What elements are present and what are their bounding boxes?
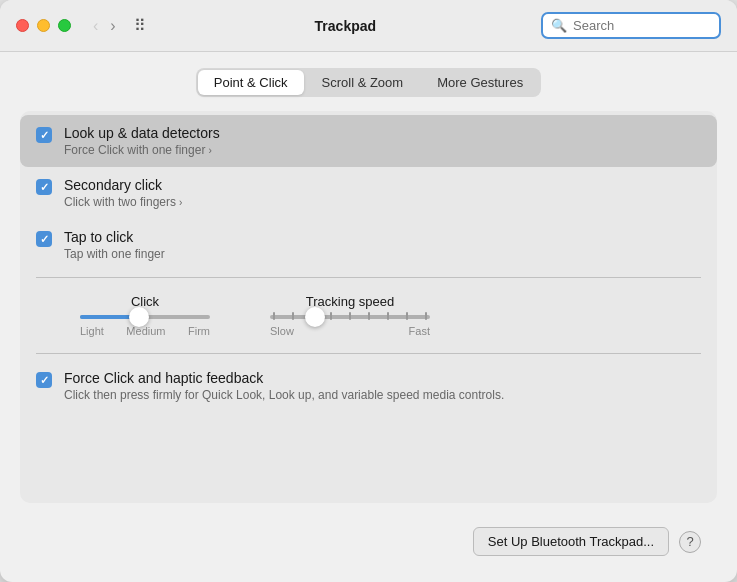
- tracking-slider-group: Tracking speed: [270, 294, 430, 337]
- look-up-text: Look up & data detectors Force Click wit…: [64, 125, 220, 157]
- look-up-label: Look up & data detectors: [64, 125, 220, 141]
- maximize-button[interactable]: [58, 19, 71, 32]
- tap-to-click-label: Tap to click: [64, 229, 165, 245]
- look-up-setting[interactable]: Look up & data detectors Force Click wit…: [20, 115, 717, 167]
- secondary-click-setting[interactable]: Secondary click Click with two fingers ›: [20, 167, 717, 219]
- look-up-chevron: ›: [208, 145, 211, 156]
- click-slider-thumb[interactable]: [129, 307, 149, 327]
- secondary-click-text: Secondary click Click with two fingers ›: [64, 177, 182, 209]
- search-box[interactable]: 🔍: [541, 12, 721, 39]
- close-button[interactable]: [16, 19, 29, 32]
- tick-marks: [270, 315, 430, 319]
- tick-6: [368, 312, 370, 320]
- tick-1: [273, 312, 275, 320]
- tick-7: [387, 312, 389, 320]
- minimize-button[interactable]: [37, 19, 50, 32]
- click-slider-group: Click Light Medium Firm: [80, 294, 210, 337]
- force-click-sublabel: Click then press firmly for Quick Look, …: [64, 388, 504, 402]
- tracking-label-slow: Slow: [270, 325, 294, 337]
- click-label-light: Light: [80, 325, 104, 337]
- search-icon: 🔍: [551, 18, 567, 33]
- divider-2: [36, 353, 701, 354]
- tracking-slider-track[interactable]: [270, 315, 430, 319]
- click-label-medium: Medium: [126, 325, 165, 337]
- look-up-checkbox[interactable]: [36, 127, 52, 143]
- tab-group: Point & Click Scroll & Zoom More Gesture…: [196, 68, 541, 97]
- secondary-click-chevron: ›: [179, 197, 182, 208]
- click-slider-track[interactable]: [80, 315, 210, 319]
- tracking-label-fast: Fast: [409, 325, 430, 337]
- secondary-click-checkbox[interactable]: [36, 179, 52, 195]
- tick-9: [425, 312, 427, 320]
- force-click-text: Force Click and haptic feedback Click th…: [64, 370, 504, 402]
- content-area: Point & Click Scroll & Zoom More Gesture…: [0, 52, 737, 582]
- tick-2: [292, 312, 294, 320]
- forward-button[interactable]: ›: [106, 16, 119, 36]
- click-label-firm: Firm: [188, 325, 210, 337]
- tracking-slider-labels: Slow Fast: [270, 325, 430, 337]
- force-click-label: Force Click and haptic feedback: [64, 370, 504, 386]
- tab-point-click[interactable]: Point & Click: [198, 70, 304, 95]
- tap-to-click-setting[interactable]: Tap to click Tap with one finger: [20, 219, 717, 271]
- force-click-setting[interactable]: Force Click and haptic feedback Click th…: [20, 360, 717, 412]
- secondary-click-sublabel: Click with two fingers ›: [64, 195, 182, 209]
- bluetooth-button[interactable]: Set Up Bluetooth Trackpad...: [473, 527, 669, 556]
- force-click-checkbox[interactable]: [36, 372, 52, 388]
- look-up-sublabel: Force Click with one finger ›: [64, 143, 220, 157]
- tabs: Point & Click Scroll & Zoom More Gesture…: [20, 68, 717, 97]
- divider-1: [36, 277, 701, 278]
- tap-to-click-sublabel: Tap with one finger: [64, 247, 165, 261]
- tap-to-click-checkbox[interactable]: [36, 231, 52, 247]
- titlebar: ‹ › ⠿ Trackpad 🔍: [0, 0, 737, 52]
- nav-buttons: ‹ ›: [89, 16, 120, 36]
- back-button[interactable]: ‹: [89, 16, 102, 36]
- help-button[interactable]: ?: [679, 531, 701, 553]
- secondary-click-label: Secondary click: [64, 177, 182, 193]
- window-controls: [16, 19, 71, 32]
- tracking-slider-label: Tracking speed: [306, 294, 394, 309]
- tab-scroll-zoom[interactable]: Scroll & Zoom: [306, 70, 420, 95]
- tick-5: [349, 312, 351, 320]
- click-slider-labels: Light Medium Firm: [80, 325, 210, 337]
- window-title: Trackpad: [160, 18, 531, 34]
- sliders-section: Click Light Medium Firm Tracking speed: [20, 284, 717, 347]
- settings-panel: Look up & data detectors Force Click wit…: [20, 111, 717, 503]
- window: ‹ › ⠿ Trackpad 🔍 Point & Click Scroll & …: [0, 0, 737, 582]
- grid-button[interactable]: ⠿: [130, 14, 150, 37]
- tap-to-click-text: Tap to click Tap with one finger: [64, 229, 165, 261]
- tick-8: [406, 312, 408, 320]
- tab-more-gestures[interactable]: More Gestures: [421, 70, 539, 95]
- tracking-slider-thumb[interactable]: [305, 307, 325, 327]
- search-input[interactable]: [573, 18, 713, 33]
- bottom-bar: Set Up Bluetooth Trackpad... ?: [20, 517, 717, 566]
- tick-4: [330, 312, 332, 320]
